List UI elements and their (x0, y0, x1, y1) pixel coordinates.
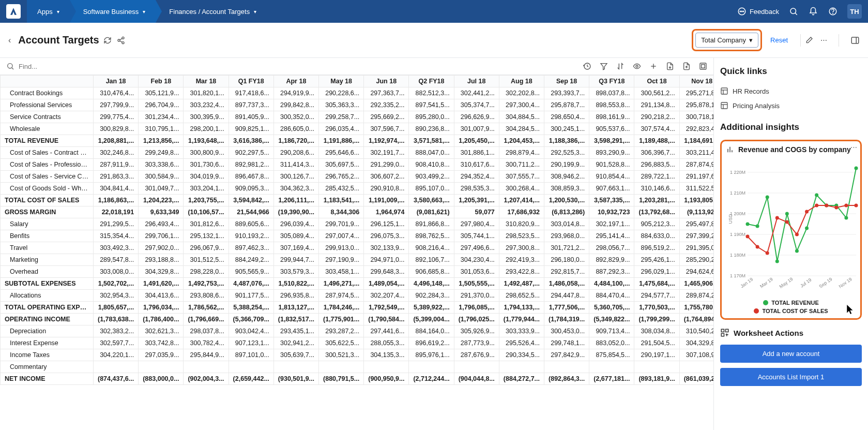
cell[interactable]: 290,218,2... (634, 111, 679, 123)
column-header[interactable]: Feb 18 (139, 76, 184, 87)
cell[interactable]: 305,622,5... (319, 337, 364, 349)
cell[interactable]: 291,197,6... (679, 171, 713, 183)
cell[interactable]: 302,197,1... (589, 218, 634, 230)
cell[interactable]: (1,779,944... (499, 314, 544, 325)
sort-icon[interactable] (616, 62, 625, 70)
cell[interactable]: (2,659,442... (229, 373, 273, 385)
panel-toggle-icon[interactable] (850, 36, 860, 45)
cell[interactable]: 301,234,4... (139, 111, 184, 123)
cell[interactable]: 300,352,0... (273, 111, 318, 123)
cell[interactable]: 289,547,8... (94, 254, 139, 266)
row-label[interactable]: Allocations (1, 290, 94, 302)
table-row[interactable]: Income Taxes304,220,1...297,035,9...295,… (1, 349, 714, 361)
cell[interactable]: 1,188,386,... (544, 135, 589, 147)
cell[interactable]: 300,395,9... (184, 111, 229, 123)
cell[interactable]: 1,204,453,... (499, 135, 544, 147)
cell[interactable]: (874,437,6... (94, 373, 139, 385)
cell[interactable]: 1,208,881,... (94, 135, 139, 147)
cell[interactable]: 1,465,906,... (679, 278, 713, 290)
row-label[interactable]: Cost of Sales - Professional ... (1, 159, 94, 171)
cell[interactable]: 1,186,720,... (273, 135, 318, 147)
table-row[interactable]: Travel303,492,3...297,902,0...296,067,9.… (1, 242, 714, 254)
table-row[interactable]: Marketing289,547,8...293,188,8...301,512… (1, 254, 714, 266)
cell[interactable]: 901,177,5... (229, 290, 273, 302)
row-label[interactable]: Salary (1, 218, 94, 230)
cell[interactable]: (1,796,669... (184, 314, 229, 325)
cell[interactable]: 307,169,4... (273, 242, 318, 254)
cell[interactable]: 304,884,5... (499, 111, 544, 123)
cell[interactable]: 903,499,2... (409, 171, 454, 183)
cell[interactable]: 296,035,4... (319, 123, 364, 135)
cell[interactable]: 883,052,0... (589, 337, 634, 349)
row-label[interactable]: GROSS MARGIN (1, 206, 94, 218)
column-header[interactable]: Jul 18 (454, 76, 499, 87)
cell[interactable]: 298,535,3... (454, 183, 499, 195)
table-row[interactable]: SUBTOTAL EXPENSES1,502,702,...1,491,620,… (1, 278, 714, 290)
cell[interactable]: (6,813,286) (544, 206, 589, 218)
edit-icon[interactable] (805, 36, 813, 45)
cell[interactable]: 300,800,9... (184, 147, 229, 159)
column-header[interactable]: Q1 FY18 (229, 76, 273, 87)
cell[interactable]: 295,844,9... (184, 349, 229, 361)
cell[interactable]: (5,399,004... (409, 314, 454, 325)
table-row[interactable]: Interest Expense302,597,7...303,742,8...… (1, 337, 714, 349)
cell[interactable]: 305,121,9... (139, 87, 184, 99)
cell[interactable]: 305,697,5... (319, 159, 364, 171)
cell[interactable]: 898,161,9... (589, 111, 634, 123)
cell[interactable]: 300,561,2... (634, 87, 679, 99)
cell[interactable]: 307,574,4... (634, 123, 679, 135)
cell[interactable]: 1,489,054,... (364, 278, 409, 290)
cell[interactable]: 1,505,555,... (454, 278, 499, 290)
cell[interactable]: (930,501,9... (273, 373, 318, 385)
cell[interactable]: 22,018,191 (94, 206, 139, 218)
column-header[interactable]: Mar 18 (184, 76, 229, 87)
cell[interactable]: 304,841,4... (94, 183, 139, 195)
cell[interactable]: 1,755,780,... (679, 302, 713, 314)
cell[interactable]: 287,874,9... (679, 159, 713, 171)
cell[interactable]: 303,211,4... (679, 147, 713, 159)
cell[interactable]: 303,008,0... (94, 266, 139, 278)
cell[interactable]: 905,537,6... (589, 123, 634, 135)
cell[interactable]: 311,522,5... (679, 183, 713, 195)
cell[interactable]: 287,911,9... (94, 159, 139, 171)
cell[interactable]: 908,216,4... (409, 242, 454, 254)
cell[interactable]: 293,808,6... (184, 290, 229, 302)
nav-path[interactable]: Finances / Account Targets▾ (156, 0, 267, 23)
cell[interactable]: 304,362,3... (273, 183, 318, 195)
cell[interactable]: 292,335,2... (364, 99, 409, 111)
cell[interactable]: 302,202,8... (499, 87, 544, 99)
cell[interactable]: (904,044,8... (454, 373, 499, 385)
cell[interactable]: 1,183,541,... (319, 195, 364, 206)
cell[interactable]: 3,571,581,... (409, 135, 454, 147)
row-label[interactable]: TOTAL COST OF SALES (1, 195, 94, 206)
column-header[interactable]: Q3 FY18 (589, 76, 634, 87)
cell[interactable]: (893,181,9... (634, 373, 679, 385)
cell[interactable]: 289,874,2... (679, 290, 713, 302)
cell[interactable]: 902,297,5... (229, 147, 273, 159)
table-row[interactable]: Service Contracts299,775,4...301,234,4..… (1, 111, 714, 123)
cell[interactable]: 301,812,6... (184, 218, 229, 230)
cell[interactable]: 898,762,5... (409, 230, 454, 242)
cell[interactable]: 1,213,856,... (139, 135, 184, 147)
nav-workspace[interactable]: Software Business▾ (70, 0, 156, 23)
cell[interactable]: 295,497,8... (679, 218, 713, 230)
table-row[interactable]: Benfits315,354,4...299,706,1...295,132,1… (1, 230, 714, 242)
cell[interactable]: 884,470,4... (589, 290, 634, 302)
cell[interactable]: 299,748,1... (544, 337, 589, 349)
cell[interactable]: 295,132,1... (184, 230, 229, 242)
cell[interactable]: 302,383,2... (94, 325, 139, 337)
action-button[interactable]: Accounts List Import 1 (720, 368, 862, 386)
table-row[interactable]: TOTAL REVENUE1,208,881,...1,213,856,...1… (1, 135, 714, 147)
cell[interactable]: 296,075,3... (364, 230, 409, 242)
cell[interactable]: 294,352,4... (454, 171, 499, 183)
cell[interactable]: 297,399,2... (679, 230, 713, 242)
row-label[interactable]: TOTAL OPERATING EXPENSES (1, 302, 94, 314)
cell[interactable]: 291,504,5... (634, 337, 679, 349)
column-header[interactable]: Jan 18 (94, 76, 139, 87)
cell[interactable]: (10,106,57... (184, 206, 229, 218)
cell[interactable]: 1,496,271,... (319, 278, 364, 290)
cell[interactable]: 290,334,5... (499, 349, 544, 361)
cell[interactable]: 290,199,9... (544, 159, 589, 171)
row-label[interactable]: Commentary (1, 361, 94, 373)
cell[interactable]: 301,721,2... (544, 242, 589, 254)
